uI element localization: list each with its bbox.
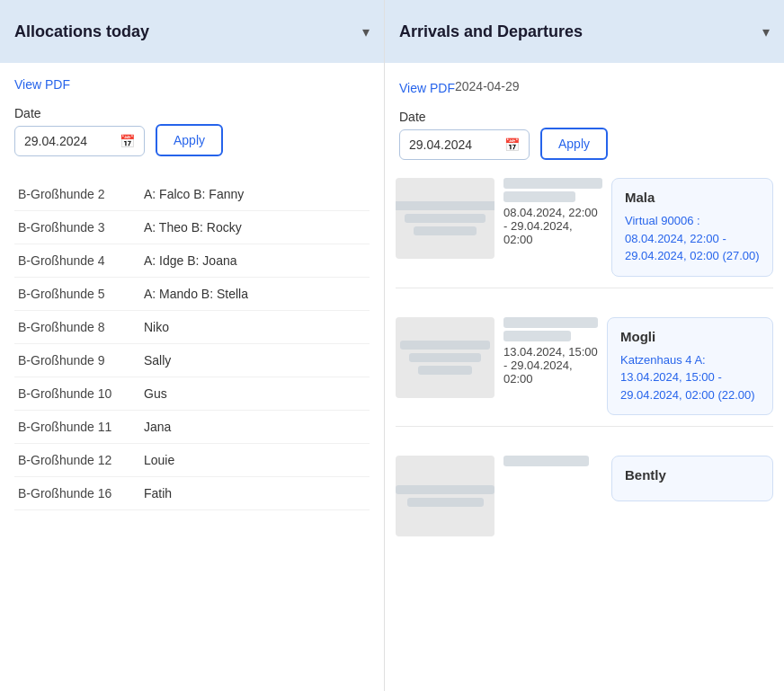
arrival-divider <box>396 288 773 288</box>
right-apply-button[interactable]: Apply <box>540 128 608 160</box>
right-panel-dropdown-icon[interactable]: ▾ <box>762 23 770 40</box>
arrival-card-row: 13.04.2024, 15:00 - 29.04.2024, 02:00Mog… <box>396 317 773 416</box>
arrival-animal-card: MogliKatzenhaus 4 A: 13.04.2024, 15:00 -… <box>607 317 773 416</box>
arrival-animal-card: MalaVirtual 90006 : 08.04.2024, 22:00 - … <box>611 178 773 277</box>
arrival-name-blurred <box>503 317 598 341</box>
right-date-label: Date <box>399 110 530 124</box>
animal-name: Mogli <box>620 329 760 344</box>
allocation-row: B-Großhunde 5 A: Mando B: Stella <box>14 278 370 311</box>
right-date-controls: Date 📅 Apply <box>399 110 770 160</box>
right-panel-header: Arrivals and Departures ▾ <box>385 0 784 63</box>
allocation-slots: A: Theo B: Rocky <box>140 211 370 244</box>
arrival-card-row: Bently <box>396 456 773 536</box>
right-panel-title: Arrivals and Departures <box>399 22 583 41</box>
allocation-slots: A: Idge B: Joana <box>140 244 370 278</box>
allocation-row: B-Großhunde 16 Fatih <box>14 477 370 510</box>
left-view-pdf-link[interactable]: View PDF <box>14 77 70 92</box>
allocation-pen: B-Großhunde 12 <box>14 444 140 477</box>
arrival-info: 13.04.2024, 15:00 - 29.04.2024, 02:00 <box>503 317 598 385</box>
allocation-slots: A: Falco B: Fanny <box>140 178 370 211</box>
right-date-field-group: Date 📅 <box>399 110 530 160</box>
allocation-table: B-Großhunde 2 A: Falco B: Fanny B-Großhu… <box>14 178 370 510</box>
allocation-pen: B-Großhunde 4 <box>14 244 140 278</box>
left-calendar-icon[interactable]: 📅 <box>120 134 135 148</box>
left-date-wrapper: Date 📅 <box>14 106 145 156</box>
allocation-slots: Louie <box>140 444 370 477</box>
right-date-info: 2024-04-29 <box>455 79 520 93</box>
arrival-info <box>503 456 602 470</box>
allocation-row: B-Großhunde 12 Louie <box>14 444 370 477</box>
allocation-slots: Sally <box>140 344 370 377</box>
arrival-dates: 08.04.2024, 22:00 - 29.04.2024, 02:00 <box>503 206 602 246</box>
arrival-name-blurred <box>503 178 602 202</box>
left-date-field[interactable] <box>24 134 114 148</box>
allocation-pen: B-Großhunde 8 <box>14 311 140 344</box>
allocation-pen: B-Großhunde 9 <box>14 344 140 377</box>
animal-name: Bently <box>625 467 760 483</box>
allocation-slots: Gus <box>140 377 370 411</box>
allocation-row: B-Großhunde 11 Jana <box>14 411 370 444</box>
right-calendar-icon[interactable]: 📅 <box>504 137 520 152</box>
animal-location-link[interactable]: Katzenhaus 4 A: 13.04.2024, 15:00 - 29.0… <box>620 353 755 402</box>
left-date-input-display[interactable]: 📅 <box>14 126 145 156</box>
allocation-slots: Fatih <box>140 477 370 510</box>
allocation-row: B-Großhunde 10 Gus <box>14 377 370 411</box>
allocation-row: B-Großhunde 3 A: Theo B: Rocky <box>14 211 370 244</box>
arrival-photo <box>396 456 494 536</box>
arrival-name-blurred <box>503 456 602 466</box>
arrival-card-row: 08.04.2024, 22:00 - 29.04.2024, 02:00Mal… <box>396 178 773 277</box>
allocation-row: B-Großhunde 9 Sally <box>14 344 370 377</box>
main-container: Allocations today ▾ View PDF Date 📅 Appl… <box>0 0 784 691</box>
arrival-dates: 13.04.2024, 15:00 - 29.04.2024, 02:00 <box>503 345 598 385</box>
arrival-photo <box>396 317 494 398</box>
allocation-slots: A: Mando B: Stella <box>140 278 370 311</box>
left-date-row: Date 📅 Apply <box>14 106 370 156</box>
left-apply-button[interactable]: Apply <box>156 124 223 156</box>
allocation-row: B-Großhunde 8 Niko <box>14 311 370 344</box>
allocation-pen: B-Großhunde 10 <box>14 377 140 411</box>
allocation-pen: B-Großhunde 5 <box>14 278 140 311</box>
right-header-row: Arrivals and Departures <box>399 22 583 41</box>
animal-name: Mala <box>625 190 760 205</box>
left-panel-body: View PDF Date 📅 Apply B-Großhunde 2 A: F… <box>0 63 384 521</box>
allocation-slots: Niko <box>140 311 370 344</box>
left-panel-dropdown-icon[interactable]: ▾ <box>362 23 370 40</box>
arrival-animal-card: Bently <box>611 456 773 501</box>
right-date-input-display[interactable]: 📅 <box>399 129 530 160</box>
arrival-photo <box>396 178 494 259</box>
right-panel-body: View PDF 2024-04-29 Date 📅 Apply <box>385 63 784 171</box>
left-panel-header: Allocations today ▾ <box>0 0 384 63</box>
left-date-label: Date <box>14 106 145 120</box>
allocation-pen: B-Großhunde 11 <box>14 411 140 444</box>
right-panel: Arrivals and Departures ▾ View PDF 2024-… <box>385 0 784 691</box>
animal-location-link[interactable]: Virtual 90006 : 08.04.2024, 22:00 - 29.0… <box>625 214 760 262</box>
left-panel-title: Allocations today <box>14 22 149 41</box>
allocation-slots: Jana <box>140 411 370 444</box>
left-panel: Allocations today ▾ View PDF Date 📅 Appl… <box>0 0 385 691</box>
arrival-divider <box>396 426 773 427</box>
right-view-pdf-link[interactable]: View PDF <box>399 81 455 95</box>
allocation-row: B-Großhunde 2 A: Falco B: Fanny <box>14 178 370 211</box>
allocation-row: B-Großhunde 4 A: Idge B: Joana <box>14 244 370 278</box>
arrivals-list: 08.04.2024, 22:00 - 29.04.2024, 02:00Mal… <box>385 171 784 544</box>
arrival-info: 08.04.2024, 22:00 - 29.04.2024, 02:00 <box>503 178 602 246</box>
allocation-pen: B-Großhunde 2 <box>14 178 140 211</box>
allocation-pen: B-Großhunde 3 <box>14 211 140 244</box>
right-date-field[interactable] <box>409 137 499 152</box>
allocation-pen: B-Großhunde 16 <box>14 477 140 510</box>
